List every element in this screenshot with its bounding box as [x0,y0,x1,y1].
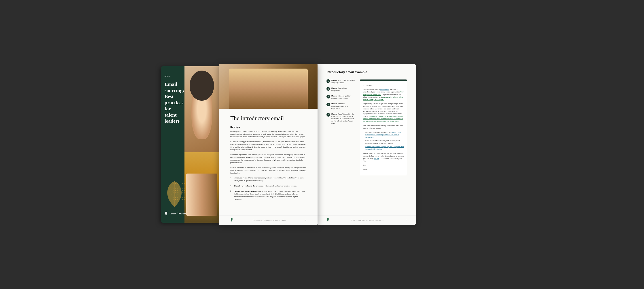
email-sign-off: Best, Mason [363,164,404,171]
tip-3: 3 Mason: Attention-grabber, highlighting… [326,95,355,100]
content-footer: Email sourcing: Best practices for talen… [219,215,318,225]
intro-para-2: So before writing your introductory emai… [230,140,306,151]
tip-3-bold: Mason: [332,95,337,97]
item-2-bold: Share how you found the prospect [234,185,264,187]
fortune-link[interactable]: Fortune's Best Workplaces in Technology … [366,132,401,138]
tip-4-num: 4 [326,103,330,106]
tip-5: 5 Mason: "Wins" tailored to role relevan… [326,113,355,125]
content-title: The introductory email [230,115,306,122]
sign-off-name: Mason [363,168,404,171]
content-photo-people [229,68,308,109]
item-2-text: Share how you found the prospect – via r… [234,185,296,187]
content-top-photo [219,64,318,109]
tip-4-bold: Mason: [332,103,337,105]
tip-1-bold: Mason: [332,79,337,81]
email-column: Hi [first name], I'm on the Talent team … [360,79,407,211]
value-aligned-highlight: sounds value-aligned with a role I'm act… [363,96,403,100]
page-cover: eBook Email sourcing: Best practices for… [161,66,219,223]
cover-team-photo [184,152,219,223]
email-footer-text: Email sourcing: Best practices for talen… [351,220,384,221]
item-2-num: 2 [230,185,232,187]
email-para-3: Here are a few more reasons why Greenhou… [363,124,404,129]
intro-para-3: Since this is your first time reaching o… [230,153,306,164]
greenhouse-logo-icon [164,212,170,215]
cover-photo-strip [184,66,219,223]
email-page-body: Introductory email example 1 Mason: Intr… [318,64,416,215]
tip-1-num: 1 [326,79,330,83]
tip-3-num: 3 [326,95,330,98]
email-example-box: Hi [first name], I'm on the Talent team … [360,79,407,175]
tip-5-bold: Mason: [332,113,337,115]
key-tips-label: Key tips [230,126,306,128]
email-para-2: I'm partnering with our People team hiri… [363,102,404,123]
email-footer: Email sourcing: Best practices for talen… [318,215,416,225]
tip-2: 2 Mason: Role-related compliment [326,87,355,92]
tip-3-text: Mason: Attention-grabber, highlighting a… [332,95,355,100]
greenhouse-logo-text: greenhouse [170,212,186,215]
footer-text: Email sourcing: Best practices for talen… [253,220,286,221]
email-para-1: I'm on the Talent team at Greenhouse¹ an… [363,88,404,101]
bullet-3: Greenhouse is one of Mogul's Top 100 Com… [366,145,404,150]
sign-off-best: Best, [363,164,404,166]
bullet-2: We're based in New York City with multip… [366,140,404,144]
tip-2-text: Mason: Role-related compliment [332,87,355,92]
intro-para-4: It's also important to be concise in you… [230,166,306,174]
item-3-text: Explain why you're reaching out in your … [234,190,306,201]
item-3-num: 3 [230,190,232,201]
two-column-layout: 1 Mason: Introduction with link to compa… [326,79,407,211]
numbered-item-3: 3 Explain why you're reaching out in you… [230,190,306,201]
page-number: 5 [306,220,306,221]
tips-column: 1 Mason: Introduction with link to compa… [326,79,355,211]
tip-5-text: Mason: "Wins" tailored to role relevancy… [332,113,355,125]
page-email: Introductory email example 1 Mason: Intr… [318,64,416,225]
tip-4-text: Mason: Additional personalization around… [332,103,355,110]
tip-4: 4 Mason: Additional personalization arou… [326,103,355,110]
numbered-item-2: 2 Share how you found the prospect – via… [230,185,306,187]
cover-person-photo [184,66,219,152]
pages-container: eBook Email sourcing: Best practices for… [161,64,483,225]
email-bullets: Greenhouse has been named #1 on Fortune'… [366,131,404,150]
background-highlight: Your background is impressive! [363,91,404,95]
page-content: The introductory email Key tips First im… [219,64,318,225]
email-header-bar [360,79,407,81]
cover-title: Email sourcing: Best practices for talen… [164,81,183,124]
cover-leaf [163,180,186,209]
tip-5-num: 5 [326,113,330,117]
intro-para-1: First impressions last forever, so it's … [230,130,306,138]
email-para-4: If you're open to it, I'd love to chat w… [363,152,404,162]
cover-content: eBook Email sourcing: Best practices for… [164,75,183,124]
numbered-item-1: 1 Introduce yourself and your company wi… [230,177,306,182]
this-link[interactable]: this link [374,158,379,159]
tip-2-num: 2 [326,87,330,91]
tip-1-text: Mason: Introduction with link to company… [332,79,355,84]
bullet-1: Greenhouse has been named #1 on Fortune'… [366,131,404,139]
tip-2-bold: Mason: [332,87,337,89]
cover-logo: greenhouse [164,212,186,216]
email-page-number: 6 [406,220,407,221]
item-1-text: Introduce yourself and your company with… [234,177,306,182]
email-section-title: Introductory email example [326,70,407,74]
greenhouse-link[interactable]: Greenhouse [380,89,389,90]
item-1-num: 1 [230,177,232,182]
mogul-link[interactable]: Greenhouse is one of Mogul's Top 100 Com… [366,146,404,150]
content-body: The introductory email Key tips First im… [219,109,318,215]
item-1-bold: Introduce yourself and your company [234,177,266,179]
email-body: Hi [first name], I'm on the Talent team … [360,81,407,175]
item-3-bold: Explain why you're reaching out [234,190,261,192]
experience-highlight: Your work in learning and development an… [363,115,403,122]
tip-1: 1 Mason: Introduction with link to compa… [326,79,355,84]
ebook-label: eBook [164,75,183,77]
email-footer-logo [326,218,329,223]
footer-logo-icon [230,218,233,223]
email-greeting: Hi [first name], [363,84,404,86]
